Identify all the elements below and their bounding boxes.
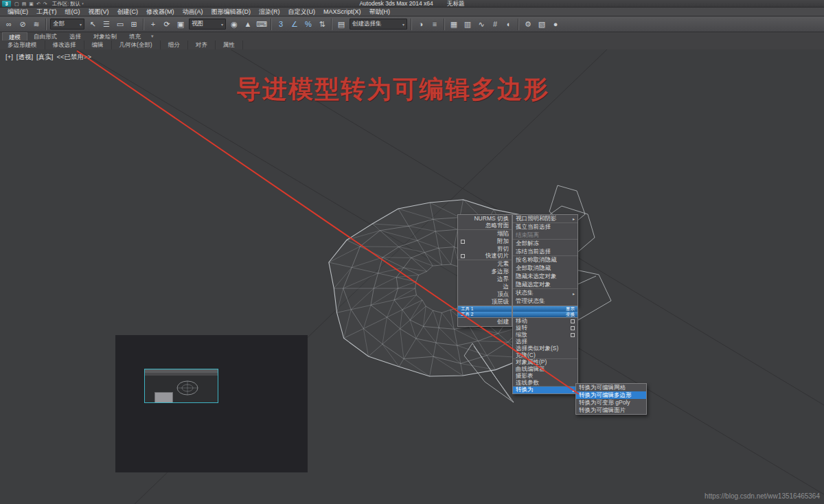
- quad-display-item-5[interactable]: 冻结当前选择: [513, 248, 577, 256]
- window-crossing-icon[interactable]: ⊞: [127, 18, 141, 31]
- quad-tools1-item-10[interactable]: 边: [458, 283, 512, 290]
- quad-transform-item-3[interactable]: 缩放: [513, 332, 577, 339]
- quad-tools1-item-2[interactable]: 忽略背面: [458, 222, 512, 230]
- open-file-icon[interactable]: ▤: [22, 0, 27, 8]
- redo-icon[interactable]: ↷: [43, 0, 47, 8]
- ribbon-toggle-icon[interactable]: ▥: [461, 18, 474, 31]
- menu-item-4[interactable]: 视图(V): [84, 8, 113, 16]
- viewport-label-seg-2[interactable]: [透视]: [16, 53, 33, 62]
- menu-item-5[interactable]: 创建(C): [113, 8, 143, 16]
- ribbon-panel-5[interactable]: 细分: [161, 41, 188, 49]
- angle-snap-icon[interactable]: ∠: [288, 18, 301, 31]
- quad-transform-item-6[interactable]: 克隆(C): [513, 352, 577, 359]
- quad-tools1-item-11[interactable]: 顶点: [458, 290, 512, 298]
- convert-gpoly-item[interactable]: 转换为可变形 gPoly: [576, 399, 646, 406]
- app-logo-icon[interactable]: 3: [2, 1, 11, 7]
- quad-tools1-title[interactable]: 工具 1: [457, 306, 512, 312]
- menu-item-3[interactable]: 组(G): [61, 8, 84, 16]
- render-setup-icon[interactable]: ⚙: [521, 18, 535, 31]
- select-and-rotate-icon[interactable]: ⟳: [160, 18, 174, 31]
- quad-tools1-item-8[interactable]: 多边形: [458, 268, 512, 275]
- quad-transform-item-4[interactable]: 选择: [513, 339, 577, 345]
- named-selection-sets-dropdown[interactable]: 创建选择集▾: [350, 19, 407, 30]
- layer-manager-icon[interactable]: ▦: [447, 18, 461, 31]
- viewport-label-seg-3[interactable]: [真实]: [36, 53, 53, 62]
- ribbon-panel-7[interactable]: 属性: [216, 41, 243, 49]
- menu-item-6[interactable]: 修改器(M): [142, 8, 179, 16]
- ribbon-tab-5[interactable]: 填充: [123, 32, 147, 41]
- mirror-icon[interactable]: ◑: [414, 18, 428, 31]
- select-by-name-icon[interactable]: ☰: [100, 18, 113, 31]
- quad-tools1-item-9[interactable]: 边界: [458, 275, 512, 283]
- select-and-manipulate-icon[interactable]: ▲: [241, 18, 255, 31]
- convert-editable-patch-item[interactable]: 转换为可编辑面片: [576, 406, 646, 414]
- workspace-selector[interactable]: 工作区: 默认 ▾: [52, 0, 84, 8]
- select-and-move-icon[interactable]: +: [146, 18, 160, 31]
- ribbon-collapse-icon[interactable]: ▾: [151, 32, 154, 41]
- quad-transform-item-8[interactable]: 曲线编辑器: [513, 366, 577, 373]
- quad-tools1-item-12[interactable]: 顶层级: [458, 298, 512, 306]
- quad-tools1-item-3[interactable]: 塌陷: [458, 230, 512, 238]
- quad-display-item-10[interactable]: 状态集▸: [513, 289, 577, 297]
- viewport[interactable]: [+][透视][真实]<<已禁用>> https://blog.csdn.net…: [0, 49, 824, 504]
- quad-display-title[interactable]: 显示: [512, 306, 578, 312]
- quad-display-item-4[interactable]: 全部解冻: [513, 240, 577, 248]
- quad-transform-item-2[interactable]: 旋转: [513, 325, 577, 332]
- convert-editable-poly-item[interactable]: 转换为可编辑多边形: [576, 391, 646, 399]
- quad-transform-item-9[interactable]: 摄影表: [513, 373, 577, 380]
- quad-display-item-7[interactable]: 全部取消隐藏: [513, 264, 577, 273]
- ribbon-tab-2[interactable]: 自由形式: [27, 32, 63, 41]
- menu-item-8[interactable]: 图形编辑器(D): [207, 8, 255, 16]
- quad-transform-item-1[interactable]: 移动: [513, 318, 577, 325]
- ribbon-tab-3[interactable]: 选择: [63, 32, 87, 41]
- ribbon-tab-4[interactable]: 对象绘制: [87, 32, 123, 41]
- menu-item-9[interactable]: 渲染(R): [255, 8, 284, 16]
- ribbon-panel-6[interactable]: 对齐: [188, 41, 216, 49]
- quad-transform-item-10[interactable]: 连线参数: [513, 380, 577, 387]
- undo-icon[interactable]: ↶: [36, 0, 41, 8]
- rendered-frame-icon[interactable]: ▧: [535, 18, 549, 31]
- ribbon-panel-4[interactable]: 几何体(全部): [112, 41, 161, 49]
- reference-coordinate-dropdown[interactable]: 视图▾: [189, 19, 226, 30]
- quad-display-item-2[interactable]: 孤立当前选择: [513, 223, 577, 231]
- bind-to-space-warp-icon[interactable]: ≋: [30, 18, 43, 31]
- selection-filter-dropdown[interactable]: 全部▾: [50, 19, 84, 30]
- quad-tools1-item-4[interactable]: 附加: [458, 238, 512, 245]
- quad-display-item-1[interactable]: 视口照明和阴影▸: [513, 215, 577, 223]
- ribbon-tab-1[interactable]: 建模: [2, 32, 27, 41]
- menu-item-1[interactable]: 编辑(E): [3, 8, 32, 16]
- menu-item-12[interactable]: 帮助(H): [365, 8, 395, 16]
- quad-tools1-item-5[interactable]: 剪切: [458, 245, 512, 253]
- quad-transform-item-7[interactable]: 对象属性(P): [513, 359, 577, 366]
- render-production-icon[interactable]: ●: [549, 18, 562, 31]
- convert-to-menu-item[interactable]: 转换为▸: [513, 387, 577, 393]
- quad-tools1-item-6[interactable]: 快速切片: [458, 253, 512, 260]
- menu-item-11[interactable]: MAXScript(X): [319, 8, 365, 16]
- select-object-icon[interactable]: ↖: [86, 18, 100, 31]
- viewport-label-seg-1[interactable]: [+]: [5, 53, 13, 62]
- keyboard-override-icon[interactable]: ⌨: [255, 18, 268, 31]
- curve-editor-icon[interactable]: ∿: [474, 18, 488, 31]
- align-icon[interactable]: ≡: [428, 18, 442, 31]
- new-file-icon[interactable]: ▢: [14, 0, 19, 8]
- unlink-selection-icon[interactable]: ⊘: [16, 18, 30, 31]
- menu-item-7[interactable]: 动画(A): [179, 8, 207, 16]
- quad-display-item-6[interactable]: 按名称取消隐藏: [513, 256, 577, 264]
- quad-tools1-item-1[interactable]: NURMS 切换: [458, 215, 512, 222]
- quad-tools2-title[interactable]: 工具 2: [457, 312, 512, 317]
- ribbon-panel-1[interactable]: 多边形建模: [0, 41, 45, 49]
- menu-item-10[interactable]: 自定义(U): [284, 8, 320, 16]
- selection-region-icon[interactable]: ▭: [113, 18, 127, 31]
- ribbon-panel-3[interactable]: 编辑: [84, 41, 112, 49]
- edit-named-selections-icon[interactable]: ▤: [334, 18, 348, 31]
- use-pivot-center-icon[interactable]: ◉: [227, 18, 241, 31]
- material-editor-icon[interactable]: ◐: [502, 18, 516, 31]
- menu-item-2[interactable]: 工具(T): [32, 8, 61, 16]
- schematic-view-icon[interactable]: #: [488, 18, 502, 31]
- quad-display-item-3[interactable]: 结束隔离: [513, 231, 577, 240]
- select-and-scale-icon[interactable]: ▣: [174, 18, 187, 31]
- quad-tools1-item-7[interactable]: 元素: [458, 260, 512, 268]
- select-and-link-icon[interactable]: ∞: [2, 18, 16, 31]
- spinner-snap-icon[interactable]: ⇅: [315, 18, 329, 31]
- ribbon-panel-2[interactable]: 修改选择: [45, 41, 84, 49]
